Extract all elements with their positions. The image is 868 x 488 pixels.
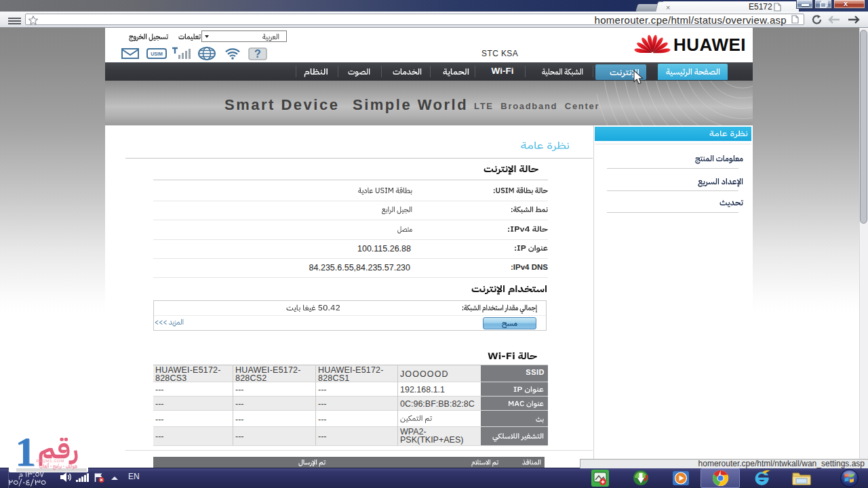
svg-text:USIM: USIM xyxy=(151,52,163,56)
svg-text:?: ? xyxy=(254,48,261,60)
